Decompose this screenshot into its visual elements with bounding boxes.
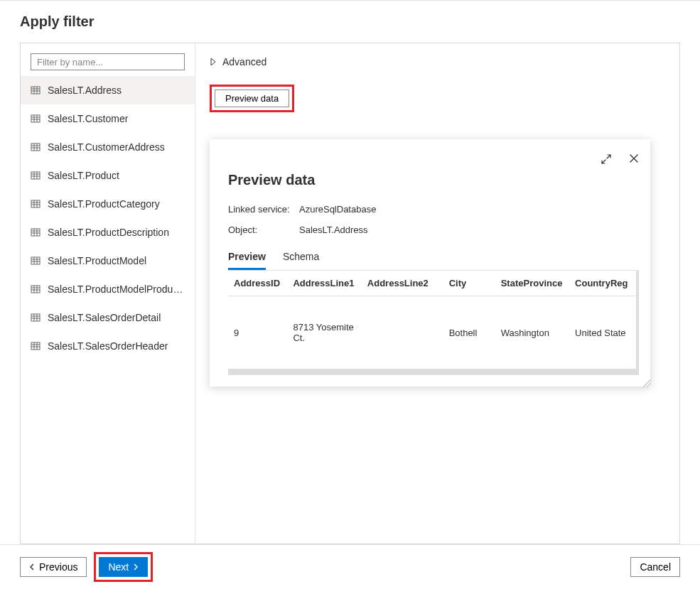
filter-by-name-input[interactable] xyxy=(31,53,185,70)
table-item-label: SalesLT.SalesOrderHeader xyxy=(48,340,168,352)
table-cell: 8713 Yosemite Ct. xyxy=(287,296,361,369)
page-title: Apply filter xyxy=(20,13,680,30)
chevron-left-icon xyxy=(29,563,35,571)
table-icon xyxy=(31,171,41,180)
tab-schema[interactable]: Schema xyxy=(283,245,319,270)
table-row: 98713 Yosemite Ct.BothellWashingtonUnite… xyxy=(228,296,636,369)
svg-rect-40 xyxy=(31,314,40,321)
table-item[interactable]: SalesLT.SalesOrderDetail xyxy=(21,303,195,332)
wizard-footer: Previous Next Cancel xyxy=(0,544,700,589)
table-item[interactable]: SalesLT.SalesOrderHeader xyxy=(21,332,195,360)
cancel-button[interactable]: Cancel xyxy=(630,557,680,577)
table-item-label: SalesLT.ProductCategory xyxy=(48,198,160,210)
svg-rect-15 xyxy=(31,172,40,179)
object-value: SalesLT.Address xyxy=(299,225,368,235)
main-area: Advanced Preview data Preview data xyxy=(195,43,679,544)
table-item[interactable]: SalesLT.ProductModelProductDe... xyxy=(21,275,195,303)
table-item[interactable]: SalesLT.Customer xyxy=(21,104,195,133)
table-item-label: SalesLT.ProductModel xyxy=(48,255,146,266)
table-item[interactable]: SalesLT.ProductDescription xyxy=(21,218,195,247)
object-label: Object: xyxy=(228,225,299,235)
sidebar: SalesLT.AddressSalesLT.CustomerSalesLT.C… xyxy=(21,43,195,544)
table-cell: United State xyxy=(569,296,636,369)
expand-icon[interactable] xyxy=(598,151,615,168)
table-icon xyxy=(31,313,41,323)
table-item[interactable]: SalesLT.ProductCategory xyxy=(21,190,195,218)
preview-tabs: Preview Schema xyxy=(228,245,639,270)
advanced-toggle[interactable]: Advanced xyxy=(210,56,665,67)
next-button[interactable]: Next xyxy=(99,557,148,577)
svg-rect-25 xyxy=(31,229,40,236)
table-icon xyxy=(31,199,41,209)
column-header[interactable]: CountryReg xyxy=(569,271,636,296)
table-item-label: SalesLT.CustomerAddress xyxy=(48,141,165,153)
column-header[interactable]: AddressID xyxy=(228,271,287,296)
svg-rect-20 xyxy=(31,200,40,207)
close-icon[interactable] xyxy=(626,151,642,168)
preview-table: AddressIDAddressLine1AddressLine2CitySta… xyxy=(228,271,636,369)
preview-title: Preview data xyxy=(228,172,639,188)
table-icon xyxy=(31,85,41,95)
table-cell: 9 xyxy=(228,296,287,369)
preview-table-wrap: AddressIDAddressLine1AddressLine2CitySta… xyxy=(228,270,639,375)
linked-service-value: AzureSqlDatabase xyxy=(299,204,376,215)
table-cell: Bothell xyxy=(443,296,495,369)
tab-preview[interactable]: Preview xyxy=(228,245,266,270)
table-cell: Washington xyxy=(495,296,569,369)
svg-rect-10 xyxy=(31,144,40,151)
main-panel: SalesLT.AddressSalesLT.CustomerSalesLT.C… xyxy=(20,43,680,544)
previous-label: Previous xyxy=(39,561,77,573)
column-header[interactable]: AddressLine2 xyxy=(362,271,443,296)
table-icon xyxy=(31,284,41,294)
table-item[interactable]: SalesLT.ProductModel xyxy=(21,247,195,275)
table-icon xyxy=(31,341,41,351)
table-list: SalesLT.AddressSalesLT.CustomerSalesLT.C… xyxy=(21,76,195,360)
column-header[interactable]: StateProvince xyxy=(495,271,569,296)
table-item-label: SalesLT.Address xyxy=(48,85,122,96)
next-highlight: Next xyxy=(94,552,153,582)
svg-rect-5 xyxy=(31,115,40,122)
preview-data-button[interactable]: Preview data xyxy=(215,90,289,107)
column-header[interactable]: AddressLine1 xyxy=(287,271,361,296)
table-item-label: SalesLT.Customer xyxy=(48,113,128,124)
chevron-right-icon xyxy=(133,563,139,571)
linked-service-label: Linked service: xyxy=(228,204,299,215)
table-icon xyxy=(31,256,41,266)
previous-button[interactable]: Previous xyxy=(20,557,87,577)
table-item[interactable]: SalesLT.Product xyxy=(21,161,195,190)
table-icon xyxy=(31,142,41,152)
table-item[interactable]: SalesLT.CustomerAddress xyxy=(21,133,195,161)
svg-rect-45 xyxy=(31,342,40,350)
horizontal-scrollbar[interactable] xyxy=(228,369,636,374)
table-item-label: SalesLT.Product xyxy=(48,170,119,181)
advanced-label: Advanced xyxy=(222,56,266,67)
table-icon xyxy=(31,114,41,124)
svg-rect-0 xyxy=(31,87,40,94)
svg-rect-35 xyxy=(31,286,40,293)
svg-rect-30 xyxy=(31,257,40,264)
table-icon xyxy=(31,227,41,237)
preview-data-card: Preview data Linked service: AzureSqlDat… xyxy=(210,139,650,387)
next-label: Next xyxy=(108,561,129,573)
table-item-label: SalesLT.SalesOrderDetail xyxy=(48,312,161,323)
column-header[interactable]: City xyxy=(443,271,495,296)
table-item-label: SalesLT.ProductDescription xyxy=(48,227,169,238)
table-item-label: SalesLT.ProductModelProductDe... xyxy=(48,283,185,295)
table-item[interactable]: SalesLT.Address xyxy=(21,76,195,104)
table-cell xyxy=(362,296,443,369)
preview-data-highlight: Preview data xyxy=(210,85,294,112)
chevron-right-icon xyxy=(210,58,217,65)
